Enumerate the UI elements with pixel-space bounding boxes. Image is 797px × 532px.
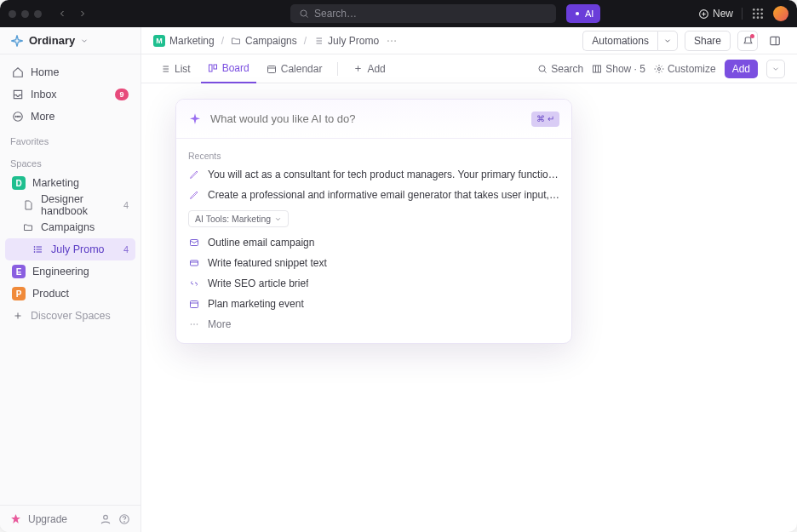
sidebar-campaigns[interactable]: Campaigns [5, 216, 135, 238]
add-task-button[interactable]: Add [725, 60, 758, 78]
ai-tool-item[interactable]: Outline email campaign [176, 232, 571, 253]
nav-back-button[interactable] [54, 5, 71, 22]
calendar-icon [267, 64, 277, 74]
ai-popup: ⌘ ↵ Recents You will act as a consultant… [175, 99, 572, 344]
add-button-label: Add [732, 63, 750, 75]
svg-point-22 [34, 247, 35, 248]
search-icon [537, 64, 548, 74]
apps-grid-icon[interactable] [751, 7, 765, 20]
svg-rect-56 [191, 301, 198, 308]
more-horizontal-icon [188, 318, 200, 330]
recent-prompt[interactable]: You will act as a consultant for tech pr… [176, 164, 571, 185]
more-icon [12, 111, 24, 123]
space-marketing[interactable]: D Marketing [5, 172, 135, 194]
space-engineering[interactable]: E Engineering [5, 260, 135, 283]
svg-point-10 [757, 13, 760, 15]
ai-tools-chip[interactable]: AI Tools: Marketing [188, 210, 289, 227]
sidebar-inbox[interactable]: Inbox 9 [5, 83, 135, 106]
recent-prompt[interactable]: Create a professional and informative em… [176, 185, 571, 205]
upgrade-link[interactable]: Upgrade [28, 513, 67, 525]
tab-add-view[interactable]: Add [347, 54, 392, 83]
item-count: 4 [123, 244, 129, 255]
tool-label: Write SEO article brief [208, 277, 308, 289]
svg-point-13 [757, 16, 760, 19]
search-view-button[interactable]: Search [537, 63, 583, 75]
discover-label: Discover Spaces [31, 310, 111, 322]
breadcrumb-label: July Promo [328, 35, 379, 47]
plus-circle-icon [698, 9, 709, 20]
global-search[interactable]: Search… [290, 4, 556, 23]
breadcrumb-campaigns[interactable]: Campaigns [231, 35, 297, 47]
automations-dropdown[interactable] [657, 31, 678, 51]
automations-button[interactable]: Automations [582, 31, 657, 51]
svg-point-35 [394, 40, 396, 42]
favorites-section-label: Favorites [0, 128, 140, 150]
recent-text: Create a professional and informative em… [208, 189, 559, 201]
space-label: Product [32, 288, 69, 300]
columns-icon [592, 64, 602, 74]
help-icon[interactable] [118, 513, 130, 525]
sidebar-more[interactable]: More [5, 106, 135, 128]
sidebar: Ordinary Home Inbox 9 More Favorites [0, 27, 141, 532]
pencil-icon [188, 169, 200, 180]
folder-icon [22, 221, 34, 233]
show-columns-button[interactable]: Show · 5 [592, 63, 645, 75]
sidebar-home-label: Home [31, 66, 59, 78]
sidebar-designer-handbook[interactable]: Designer handbook 4 [5, 194, 135, 216]
add-task-dropdown[interactable] [766, 60, 785, 78]
tab-list[interactable]: List [153, 54, 198, 83]
doc-icon [22, 199, 34, 211]
window-titlebar: Search… AI New [0, 0, 797, 27]
tab-calendar[interactable]: Calendar [260, 54, 330, 83]
more-horizontal-icon[interactable] [386, 35, 398, 47]
workspace-logo-icon [10, 34, 24, 48]
more-tools[interactable]: More [176, 314, 571, 335]
breadcrumb-separator: / [221, 35, 224, 47]
chip-label: AI Tools: Marketing [195, 214, 271, 224]
nav-forward-button[interactable] [74, 5, 91, 22]
svg-rect-41 [209, 65, 212, 72]
ai-tool-item[interactable]: Write featured snippet text [176, 253, 571, 273]
breadcrumb-separator: / [304, 35, 307, 47]
user-icon[interactable] [100, 513, 112, 525]
tool-label: Write featured snippet text [208, 257, 327, 269]
automations-label: Automations [592, 35, 649, 47]
upgrade-icon [10, 513, 21, 524]
svg-rect-43 [267, 66, 275, 72]
discover-spaces[interactable]: Discover Spaces [5, 305, 135, 327]
ai-tool-item[interactable]: Write SEO article brief [176, 273, 571, 294]
inbox-icon [12, 89, 24, 100]
link-icon [188, 277, 200, 289]
new-button[interactable]: New [698, 8, 733, 20]
svg-rect-54 [191, 260, 198, 266]
space-label: Marketing [32, 177, 79, 189]
svg-point-8 [760, 9, 763, 11]
svg-point-33 [387, 40, 389, 42]
user-avatar[interactable] [773, 6, 788, 21]
notification-dot [750, 34, 754, 38]
sparkle-icon [573, 9, 582, 18]
workspace-switcher[interactable]: Ordinary [0, 27, 140, 54]
notifications-button[interactable] [737, 31, 758, 51]
breadcrumb-marketing[interactable]: M Marketing [153, 35, 215, 47]
svg-point-29 [124, 521, 125, 522]
sidebar-july-promo[interactable]: July Promo 4 [5, 238, 135, 260]
divider [742, 8, 743, 20]
ai-button[interactable]: AI [566, 4, 600, 23]
ai-tool-item[interactable]: Plan marketing event [176, 294, 571, 314]
tab-label: Calendar [281, 63, 323, 75]
customize-button[interactable]: Customize [654, 63, 716, 75]
folder-icon [231, 36, 241, 46]
show-label: Show · 5 [605, 63, 645, 75]
panel-toggle-button[interactable] [765, 31, 785, 51]
breadcrumb-july-promo[interactable]: July Promo [313, 35, 379, 47]
tab-board[interactable]: Board [201, 54, 256, 83]
tab-label: Add [367, 63, 385, 75]
svg-point-6 [753, 9, 755, 11]
share-button[interactable]: Share [685, 31, 731, 51]
card-icon [188, 257, 200, 269]
svg-line-48 [545, 71, 547, 72]
ai-prompt-input[interactable] [210, 112, 523, 125]
sidebar-home[interactable]: Home [5, 61, 135, 83]
space-product[interactable]: P Product [5, 283, 135, 305]
